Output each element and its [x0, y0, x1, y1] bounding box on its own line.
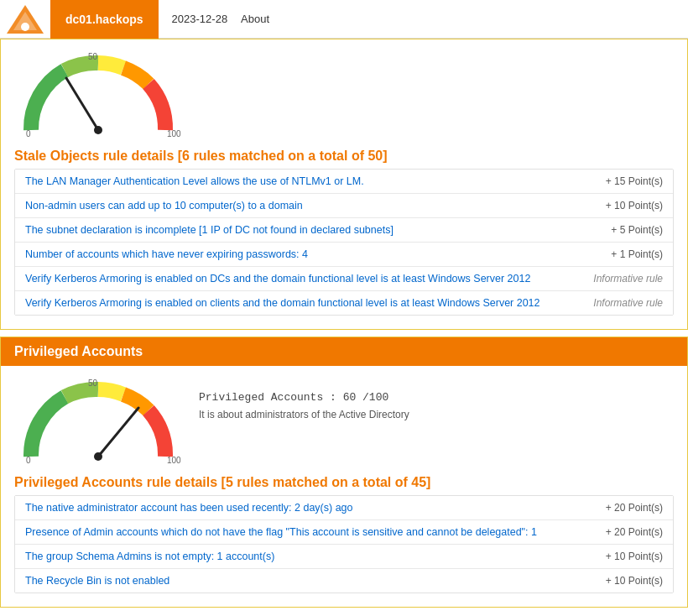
priv-rule-link-1[interactable]: Presence of Admin accounts which do not … — [25, 526, 537, 538]
stale-rule-points-5: Informative rule — [579, 297, 663, 309]
svg-point-2 — [21, 23, 29, 31]
priv-rule-row-2: The group Schema Admins is not empty: 1 … — [15, 545, 673, 569]
stale-rule-points-1: + 10 Point(s) — [579, 200, 663, 211]
stale-rule-link-4[interactable]: Verify Kerberos Armoring is enabled on D… — [25, 273, 530, 285]
svg-text:100: 100 — [167, 129, 181, 138]
priv-rule-points-1: + 20 Point(s) — [579, 526, 663, 538]
active-tab[interactable]: dc01.hackops — [50, 0, 159, 39]
svg-point-4 — [94, 126, 102, 134]
about-link[interactable]: About — [241, 13, 269, 25]
stale-rule-link-2[interactable]: The subnet declaration is incomplete [1 … — [25, 224, 394, 236]
stale-objects-section: 0 50 100 Stale Objects rule details [6 r… — [0, 39, 688, 330]
stale-rule-link-1[interactable]: Non-admin users can add up to 10 compute… — [25, 200, 303, 211]
privileged-accounts-gauge: 0 50 100 — [14, 373, 182, 465]
stale-rule-row-4: Verify Kerberos Armoring is enabled on D… — [15, 267, 673, 291]
svg-text:50: 50 — [88, 52, 98, 61]
stale-rule-points-2: + 5 Point(s) — [579, 224, 663, 236]
priv-rule-link-3[interactable]: The Recycle Bin is not enabled — [25, 575, 169, 587]
privileged-accounts-rule-title: Privileged Accounts rule details [5 rule… — [1, 468, 687, 495]
svg-point-9 — [94, 452, 102, 461]
svg-text:50: 50 — [88, 378, 98, 388]
stale-rule-points-4: Informative rule — [579, 273, 663, 285]
svg-text:100: 100 — [167, 456, 181, 465]
svg-line-3 — [66, 78, 98, 130]
priv-rule-link-0[interactable]: The native administrator account has bee… — [25, 502, 353, 514]
stale-rule-link-3[interactable]: Number of accounts which have never expi… — [25, 248, 308, 260]
privileged-accounts-rules-container: The native administrator account has bee… — [14, 495, 674, 593]
stale-rule-row-3: Number of accounts which have never expi… — [15, 243, 673, 267]
stale-rule-link-5[interactable]: Verify Kerberos Armoring is enabled on c… — [25, 297, 540, 309]
privileged-accounts-gauge-info: Privileged Accounts : 60 /100 It is abou… — [199, 373, 409, 423]
svg-text:0: 0 — [26, 129, 31, 138]
svg-text:0: 0 — [26, 456, 31, 465]
logo — [0, 0, 50, 39]
privileged-accounts-gauge-wrapper: 0 50 100 Privileged Accounts : 60 /100 I… — [1, 366, 687, 468]
stale-rule-points-3: + 1 Point(s) — [579, 248, 663, 260]
pingcastle-logo-icon — [5, 3, 45, 35]
stale-objects-gauge-wrapper: 0 50 100 — [1, 39, 687, 142]
privileged-accounts-header: Privileged Accounts — [1, 337, 687, 366]
svg-line-8 — [98, 408, 138, 457]
privileged-accounts-gauge-desc: It is about administrators of the Active… — [199, 407, 409, 423]
priv-rule-points-2: + 10 Point(s) — [579, 551, 663, 562]
stale-objects-gauge: 0 50 100 — [14, 46, 182, 138]
priv-gauge-svg: 0 50 100 — [14, 373, 182, 465]
stale-gauge-svg: 0 50 100 — [14, 46, 182, 138]
nav-date: 2023-12-28 — [159, 13, 242, 25]
stale-rule-link-0[interactable]: The LAN Manager Authentication Level all… — [25, 175, 364, 187]
stale-rule-row-5: Verify Kerberos Armoring is enabled on c… — [15, 291, 673, 315]
stale-objects-rule-title: Stale Objects rule details [6 rules matc… — [1, 142, 687, 169]
priv-rule-points-0: + 20 Point(s) — [579, 502, 663, 514]
navbar: dc01.hackops 2023-12-28 About — [0, 0, 688, 39]
priv-rule-row-1: Presence of Admin accounts which do not … — [15, 520, 673, 545]
stale-objects-rules-container: The LAN Manager Authentication Level all… — [14, 169, 674, 316]
stale-rule-row-0: The LAN Manager Authentication Level all… — [15, 170, 673, 194]
privileged-accounts-gauge-label: Privileged Accounts : 60 /100 — [199, 389, 409, 407]
priv-rule-row-0: The native administrator account has bee… — [15, 496, 673, 520]
priv-rule-row-3: The Recycle Bin is not enabled + 10 Poin… — [15, 569, 673, 593]
privileged-accounts-section: Privileged Accounts 0 50 100 — [0, 337, 688, 608]
stale-rule-row-2: The subnet declaration is incomplete [1 … — [15, 218, 673, 243]
priv-rule-link-2[interactable]: The group Schema Admins is not empty: 1 … — [25, 551, 274, 562]
stale-rule-row-1: Non-admin users can add up to 10 compute… — [15, 194, 673, 218]
priv-rule-points-3: + 10 Point(s) — [579, 575, 663, 587]
stale-rule-points-0: + 15 Point(s) — [579, 175, 663, 187]
